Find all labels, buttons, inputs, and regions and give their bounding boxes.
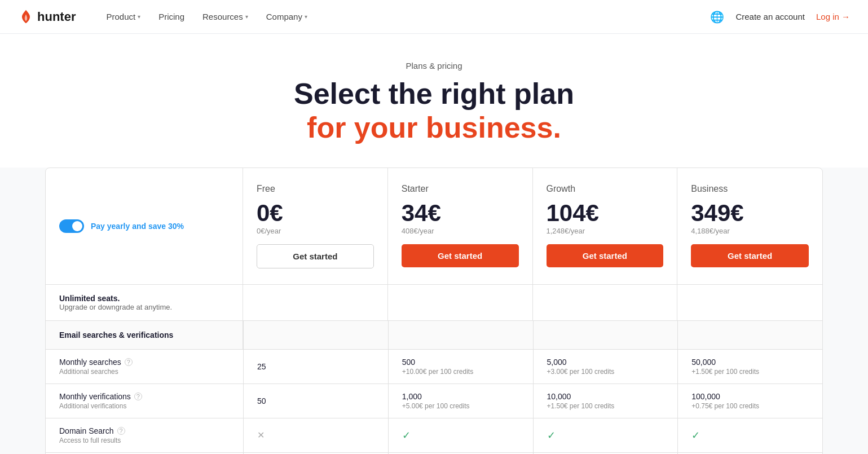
pricing-table: Pay yearly and save 30% Free 0€ 0€/year … <box>45 168 823 454</box>
hero-section: Plans & pricing Select the right plan fo… <box>0 34 868 168</box>
hero-title-line2: for your business. <box>307 111 561 144</box>
feature-monthly-searches: Monthly searches ? Additional searches 2… <box>46 350 822 384</box>
plans-header-row: Pay yearly and save 30% Free 0€ 0€/year … <box>46 168 822 285</box>
nav-pricing[interactable]: Pricing <box>151 8 192 25</box>
hero-title: Select the right plan for your business. <box>18 77 850 145</box>
hunter-logo-icon <box>18 9 34 25</box>
toggle-slider <box>59 219 84 233</box>
monthly-searches-starter: 500 +10.00€ per 100 credits <box>388 350 533 384</box>
plan-growth-per-year: 1,248€/year <box>547 227 664 235</box>
sec-empty-3 <box>533 321 678 349</box>
nav-company-label: Company <box>266 12 302 21</box>
plan-business-cta[interactable]: Get started <box>691 244 809 267</box>
plan-business-per-year: 4,188€/year <box>691 227 809 235</box>
yearly-toggle[interactable] <box>59 219 84 233</box>
nav-product-label: Product <box>106 12 135 21</box>
plan-free-cta[interactable]: Get started <box>257 244 374 268</box>
plan-free-per-year: 0€/year <box>257 227 374 235</box>
domain-search-info[interactable]: ? <box>117 427 125 435</box>
plan-starter-cta[interactable]: Get started <box>402 244 519 267</box>
domain-search-label-cell: Domain Search ? Access to full results <box>46 418 243 452</box>
unlimited-starter-cell <box>388 285 533 320</box>
toggle-label-prefix: Pay yearly and <box>91 222 146 231</box>
monthly-verifications-free: 50 <box>243 384 388 418</box>
plan-free-header: Free 0€ 0€/year Get started <box>243 168 388 284</box>
domain-search-growth-check: ✓ <box>547 429 664 442</box>
sec-empty-2 <box>388 321 533 349</box>
domain-search-business-check: ✓ <box>691 429 809 442</box>
feature-monthly-verifications: Monthly verifications ? Additional verif… <box>46 384 822 418</box>
nav-product[interactable]: Product ▾ <box>98 8 148 25</box>
sec-empty-1 <box>243 321 388 349</box>
plan-business-header: Business 349€ 4,188€/year Get started <box>677 168 822 284</box>
plan-growth-name: Growth <box>547 184 664 194</box>
logo[interactable]: hunter <box>18 9 76 25</box>
globe-icon[interactable]: 🌐 <box>710 10 724 24</box>
nav-company-arrow: ▾ <box>305 14 307 20</box>
toggle-savings: save 30% <box>148 222 184 231</box>
unlimited-seats-label: Unlimited seats. <box>59 294 229 303</box>
nav-resources-label: Resources <box>202 12 243 21</box>
monthly-searches-growth: 5,000 +3.00€ per 100 credits <box>533 350 678 384</box>
domain-search-growth: ✓ <box>533 418 678 452</box>
domain-search-name: Domain Search ? <box>59 426 230 435</box>
monthly-verifications-label-cell: Monthly verifications ? Additional verif… <box>46 384 243 418</box>
monthly-verifications-business: 100,000 +0.75€ per 100 credits <box>677 384 822 418</box>
monthly-searches-name: Monthly searches ? <box>59 358 230 367</box>
navbar: hunter Product ▾ Pricing Resources ▾ Com… <box>0 0 868 34</box>
features-section-label-cell: Email searches & verifications <box>46 321 243 349</box>
unlimited-business-cell <box>677 285 822 320</box>
monthly-searches-free: 25 <box>243 350 388 384</box>
nav-pricing-label: Pricing <box>158 12 184 21</box>
plan-business-price: 349€ <box>691 200 809 227</box>
monthly-verifications-starter: 1,000 +5.00€ per 100 credits <box>388 384 533 418</box>
toggle-cell: Pay yearly and save 30% <box>46 168 243 284</box>
plan-starter-price: 34€ <box>402 200 519 227</box>
unlimited-free-cell <box>243 285 388 320</box>
plan-growth-header: Growth 104€ 1,248€/year Get started <box>533 168 678 284</box>
plan-free-name: Free <box>257 184 374 194</box>
domain-search-free-cross: ✕ <box>257 430 374 440</box>
nav-links: Product ▾ Pricing Resources ▾ Company ▾ <box>98 8 315 25</box>
domain-search-starter: ✓ <box>388 418 533 452</box>
hero-title-line1: Select the right plan <box>294 77 574 110</box>
unlimited-seats-row: Unlimited seats. Upgrade or downgrade at… <box>46 285 822 321</box>
feature-domain-search: Domain Search ? Access to full results ✕… <box>46 418 822 453</box>
monthly-searches-sub: Additional searches <box>59 368 230 376</box>
plan-starter-header: Starter 34€ 408€/year Get started <box>388 168 533 284</box>
unlimited-growth-cell <box>533 285 678 320</box>
monthly-verifications-name: Monthly verifications ? <box>59 392 230 401</box>
monthly-searches-info[interactable]: ? <box>125 358 133 366</box>
features-section-label: Email searches & verifications <box>59 330 173 340</box>
plan-starter-per-year: 408€/year <box>402 227 519 235</box>
unlimited-seats-sub: Upgrade or downgrade at anytime. <box>59 303 229 311</box>
pricing-section: Pay yearly and save 30% Free 0€ 0€/year … <box>0 168 868 454</box>
unlimited-seats-cell: Unlimited seats. Upgrade or downgrade at… <box>46 285 243 320</box>
plan-free-price: 0€ <box>257 200 374 227</box>
nav-right: 🌐 Create an account Log in → <box>710 10 850 24</box>
monthly-verifications-growth: 10,000 +1.50€ per 100 credits <box>533 384 678 418</box>
domain-search-sub: Access to full results <box>59 437 230 444</box>
sec-empty-4 <box>677 321 822 349</box>
plan-growth-cta[interactable]: Get started <box>547 244 664 267</box>
hero-subtitle: Plans & pricing <box>18 61 850 70</box>
plan-starter-name: Starter <box>402 184 519 194</box>
monthly-verifications-sub: Additional verifications <box>59 402 230 410</box>
nav-company[interactable]: Company ▾ <box>258 8 315 25</box>
domain-search-starter-check: ✓ <box>402 429 519 442</box>
plan-growth-price: 104€ <box>547 200 664 227</box>
nav-resources-arrow: ▾ <box>245 14 248 20</box>
monthly-searches-label-cell: Monthly searches ? Additional searches <box>46 350 243 384</box>
monthly-verifications-info[interactable]: ? <box>134 393 142 400</box>
logo-text: hunter <box>37 10 76 24</box>
features-section-header: Email searches & verifications <box>46 321 822 350</box>
domain-search-business: ✓ <box>677 418 822 452</box>
domain-search-free: ✕ <box>243 418 388 452</box>
nav-resources[interactable]: Resources ▾ <box>195 8 256 25</box>
nav-product-arrow: ▾ <box>138 14 140 20</box>
login-link[interactable]: Log in → <box>816 12 850 21</box>
monthly-searches-business: 50,000 +1.50€ per 100 credits <box>677 350 822 384</box>
create-account-link[interactable]: Create an account <box>735 12 805 21</box>
toggle-label: Pay yearly and save 30% <box>91 222 184 231</box>
plan-business-name: Business <box>691 184 809 194</box>
